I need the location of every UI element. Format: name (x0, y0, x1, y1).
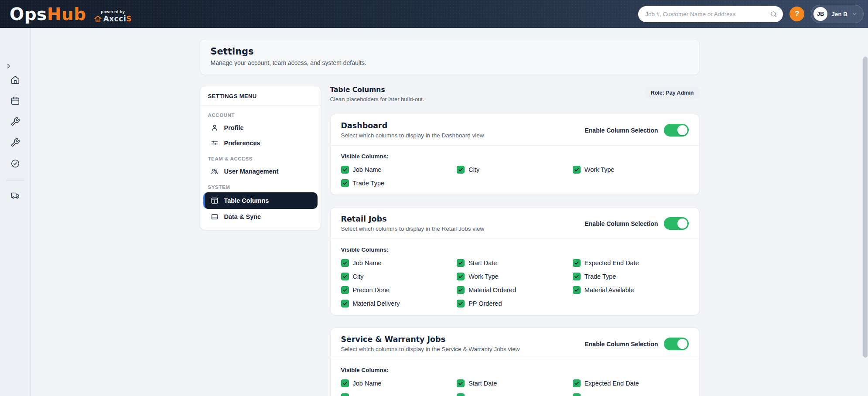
column-checkbox-item[interactable]: Trade Type (573, 272, 689, 281)
column-checkbox-item[interactable]: Material Delivery (341, 299, 457, 308)
menu-item-user-management[interactable]: User Management (203, 164, 318, 179)
column-checkbox-item[interactable]: City (457, 165, 573, 174)
nav-calendar-icon[interactable] (10, 96, 20, 106)
visible-columns-grid: Job Name Start Date (341, 379, 689, 388)
checkbox-checked-icon[interactable] (573, 259, 581, 267)
checkbox-checked-icon[interactable] (341, 393, 349, 396)
enable-column-selection-toggle[interactable] (664, 217, 689, 230)
column-checkbox-item-partial[interactable] (457, 393, 573, 396)
scrollbar-track[interactable] (863, 56, 868, 396)
powered-by-block: powered by AxcciS (94, 10, 132, 23)
checkbox-checked-icon[interactable] (573, 379, 581, 387)
checkbox-checked-icon[interactable] (573, 393, 581, 396)
checkbox-checked-icon[interactable] (341, 259, 349, 267)
nav-truck-icon[interactable] (10, 191, 20, 200)
column-checkbox-item[interactable]: Job Name (341, 379, 457, 388)
column-label: Work Type (584, 166, 615, 174)
column-checkbox-item[interactable]: Job Name (341, 259, 457, 267)
checkbox-checked-icon[interactable] (457, 166, 465, 174)
checkbox-checked-icon[interactable] (341, 379, 349, 387)
column-checkbox-item[interactable]: City (341, 272, 457, 281)
house-icon (94, 15, 102, 22)
settings-menu-title: SETTINGS MENU (200, 86, 321, 106)
checkbox-checked-icon[interactable] (341, 166, 349, 174)
checkbox-checked-icon[interactable] (341, 286, 349, 294)
drive-icon (211, 213, 219, 221)
menu-item-table-columns[interactable]: Table Columns (203, 192, 318, 209)
settings-page-header: Settings Manage your account, team acces… (200, 39, 700, 75)
section-card-retail-jobs: Retail Jobs Select which columns to disp… (330, 207, 700, 315)
checkbox-checked-icon[interactable] (573, 286, 581, 294)
section-title: Service & Warranty Jobs (341, 335, 520, 344)
column-checkbox-item[interactable]: Precon Done (341, 286, 457, 294)
checkbox-checked-icon[interactable] (573, 166, 581, 174)
column-checkbox-item[interactable]: Work Type (573, 165, 689, 174)
checkbox-checked-icon[interactable] (457, 379, 465, 387)
column-checkbox-item[interactable]: Job Name (341, 165, 457, 174)
menu-item-preferences[interactable]: Preferences (203, 136, 318, 150)
column-label: Job Name (353, 259, 382, 267)
scrollbar-thumb[interactable] (863, 57, 868, 358)
sidebar-expand-chevron-icon[interactable] (5, 63, 12, 69)
page-title: Settings (211, 46, 689, 57)
column-checkbox-item[interactable]: Material Ordered (457, 286, 573, 294)
section-card-dashboard: Dashboard Select which columns to displa… (330, 114, 700, 195)
column-label: Start Date (468, 259, 497, 267)
main-content: Settings Manage your account, team acces… (31, 28, 868, 396)
column-label: Job Name (353, 379, 382, 387)
column-label: Expected End Date (584, 259, 639, 267)
checkbox-checked-icon[interactable] (457, 273, 465, 280)
icon-sidebar (0, 28, 31, 396)
nav-wrench-icon[interactable] (10, 117, 20, 126)
column-checkbox-item-partial[interactable] (573, 393, 689, 396)
search-icon[interactable] (770, 10, 777, 18)
enable-column-selection-toggle[interactable] (664, 124, 689, 137)
visible-columns-label: Visible Columns: (341, 366, 689, 374)
enable-column-selection-toggle[interactable] (664, 338, 689, 350)
checkbox-checked-icon[interactable] (457, 393, 465, 396)
nav-wrench-2-icon[interactable] (10, 138, 20, 147)
column-checkbox-item[interactable]: Expected End Date (573, 259, 689, 267)
visible-columns-label: Visible Columns: (341, 246, 689, 253)
section-title: Retail Jobs (341, 215, 485, 223)
column-label: Precon Done (353, 286, 390, 294)
visible-columns-grid-partial (341, 393, 689, 396)
column-checkbox-item[interactable]: Expected End Date (573, 379, 689, 388)
toggle-label: Enable Column Selection (584, 220, 658, 227)
column-checkbox-item[interactable]: Material Available (573, 286, 689, 294)
column-checkbox-item-partial[interactable] (341, 393, 457, 396)
search-input[interactable] (645, 11, 770, 17)
checkbox-checked-icon[interactable] (457, 300, 465, 307)
checkbox-checked-icon[interactable] (457, 259, 465, 267)
menu-item-data-sync[interactable]: Data & Sync (203, 209, 318, 224)
logo-text-ops: Ops (10, 6, 47, 23)
menu-item-label: Preferences (224, 140, 260, 147)
column-checkbox-item[interactable]: Start Date (457, 379, 573, 388)
checkbox-checked-icon[interactable] (341, 179, 349, 187)
visible-columns-grid: Job Name City (341, 165, 689, 188)
toggle-label: Enable Column Selection (584, 341, 658, 348)
column-checkbox-item[interactable]: Trade Type (341, 179, 457, 188)
column-label: Material Available (584, 286, 634, 294)
section-card-service-warranty-jobs: Service & Warranty Jobs Select which col… (330, 328, 700, 396)
column-checkbox-item[interactable]: Work Type (457, 272, 573, 281)
checkbox-checked-icon[interactable] (573, 273, 581, 280)
nav-home-icon[interactable] (10, 75, 20, 85)
checkbox-checked-icon[interactable] (341, 300, 349, 307)
app-logo[interactable]: OpsHub (10, 6, 86, 23)
checkbox-checked-icon[interactable] (341, 273, 349, 280)
column-checkbox-item[interactable]: Start Date (457, 259, 573, 267)
global-search (638, 6, 783, 22)
column-label: Material Delivery (353, 300, 400, 307)
menu-section-system: SYSTEM (203, 179, 318, 192)
user-menu[interactable]: JB Jen B (811, 5, 864, 23)
brand-name: AxcciS (103, 14, 132, 23)
column-checkbox-item[interactable]: PP Ordered (457, 299, 573, 308)
nav-check-circle-icon[interactable] (10, 159, 20, 168)
panel-subtitle: Clean placeholders for later build-out. (330, 96, 424, 102)
menu-item-profile[interactable]: Profile (203, 120, 318, 135)
section-description: Select which columns to display in the D… (341, 132, 484, 139)
column-label: City (468, 166, 479, 174)
checkbox-checked-icon[interactable] (457, 286, 465, 294)
help-button[interactable]: ? (789, 7, 804, 21)
